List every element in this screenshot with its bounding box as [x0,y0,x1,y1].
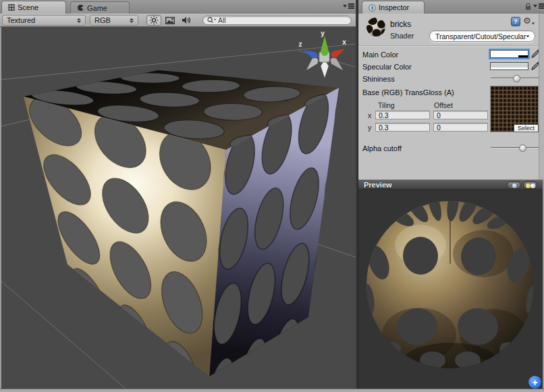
render-mode-value: RGB [94,16,111,24]
preview-viewport[interactable] [358,190,543,389]
texture-select-button[interactable]: Select [514,124,539,132]
scene-3d-view: yxz [1,27,356,389]
inspector-scrollbar[interactable] [539,13,544,179]
scene-lighting-toggle[interactable] [146,15,161,26]
updown-arrows-icon [130,18,134,23]
preview-title: Preview [358,181,392,189]
x-offset-input[interactable]: 0 [433,111,488,119]
scene-audio-toggle[interactable] [179,15,194,26]
preview-model-button[interactable] [507,181,521,189]
tab-inspector-label: Inspector [379,3,409,11]
material-name: bricks [390,20,411,29]
shininess-label: Shininess [362,75,395,83]
info-icon: i [369,4,376,11]
scene-viewport[interactable]: yxz [0,27,356,389]
draw-mode-value: Textured [7,16,35,24]
y-offset-input[interactable]: 0 [433,123,488,132]
gizmo-x-label: x [342,38,346,46]
base-texture-label: Base (RGB) TransGloss (A) [362,88,454,96]
alpha-cutoff-slider[interactable] [491,144,539,152]
scene-tabbar: Scene Game [0,0,358,13]
tab-scene-label: Scene [18,3,38,11]
search-value: All [218,16,226,24]
gear-icon[interactable]: ⚙ [523,16,531,26]
main-color-swatch[interactable] [490,50,528,58]
preview-section: Preview [358,179,544,389]
svg-text:i: i [371,5,373,11]
offset-header: Offset [434,101,453,109]
light-dot-icon [531,184,535,188]
help-button[interactable]: ? [511,17,520,26]
inspector-panel-menu-icon[interactable] [533,3,544,9]
tab-game-label: Game [87,4,107,12]
slider-handle[interactable] [519,144,526,152]
base-texture-thumbnail[interactable]: Select [490,86,539,132]
alpha-cutoff-label: Alpha cutoff [362,144,402,152]
updown-arrows-icon [77,18,81,23]
preview-header[interactable]: Preview [358,179,544,190]
tab-game[interactable]: Game [70,1,130,13]
shininess-slider[interactable] [491,74,539,82]
game-icon [77,4,84,11]
y-tiling-input[interactable]: 0.3 [375,123,430,132]
tiling-header: Tiling [378,101,395,109]
shader-label: Shader [390,32,414,40]
image-icon [165,17,175,24]
x-tiling-input[interactable]: 0.3 [375,111,430,119]
specular-color-swatch[interactable] [490,62,528,70]
light-dot-icon [526,184,531,188]
inspector-tabbar: i Inspector [358,0,544,13]
main-color-alpha-bar [491,55,528,57]
inspector-panel: bricks Shader Transparent/Cutout/Specula… [358,13,544,179]
scene-panel-menu-icon[interactable] [343,3,354,9]
window-bottom-edge [0,389,544,392]
add-button[interactable]: + [528,376,541,389]
shader-dropdown[interactable]: Transparent/Cutout/Specular [429,30,535,42]
sphere-icon [512,184,517,188]
scene-search-input[interactable]: All [202,16,352,25]
material-ball-icon [366,17,386,37]
scene-grid-icon [8,4,15,11]
scene-toolbar: Textured RGB [0,13,358,27]
unity-editor-window: Scene Game Textured RGB [0,0,544,392]
specular-color-label: Specular Color [362,63,412,71]
tab-scene[interactable]: Scene [1,1,66,13]
render-mode-dropdown[interactable]: RGB [90,15,138,26]
x-row-label: x [368,111,371,119]
sun-icon [149,16,159,25]
y-row-label: y [368,123,371,132]
speaker-icon [182,16,191,24]
render-paths-toggle[interactable] [163,15,178,26]
tab-inspector[interactable]: i Inspector [362,1,425,13]
specular-color-alpha-bar [491,67,528,69]
search-icon [207,17,216,24]
slider-handle[interactable] [513,75,520,82]
main-color-label: Main Color [362,51,398,59]
section-divider [358,45,539,47]
draw-mode-dropdown[interactable]: Textured [2,15,86,26]
preview-lighting-button[interactable] [523,181,537,189]
shader-value: Transparent/Cutout/Specular [435,32,526,40]
chevron-down-icon [526,35,530,37]
lock-icon[interactable] [524,3,532,11]
gizmo-y-label: y [321,30,325,37]
gizmo-z-label: z [299,40,302,48]
preview-sphere [358,190,543,389]
